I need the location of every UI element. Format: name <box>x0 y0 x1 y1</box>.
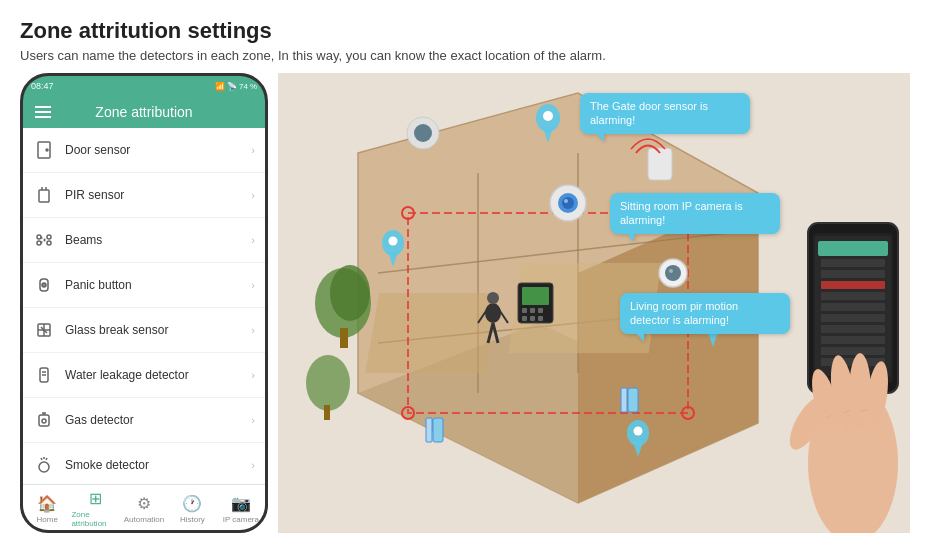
nav-automation-label: Automation <box>124 515 164 524</box>
hamburger-button[interactable] <box>35 106 51 118</box>
svg-rect-77 <box>433 418 443 442</box>
status-icons: 📶 📡 74% <box>215 82 257 91</box>
nav-camera-label: IP camera <box>223 515 259 524</box>
chevron-icon: › <box>251 279 255 291</box>
svg-rect-97 <box>324 405 330 420</box>
svg-point-53 <box>485 303 501 323</box>
nav-home-label: Home <box>37 515 58 524</box>
header-title: Zone attribution <box>95 104 192 120</box>
chevron-icon: › <box>251 369 255 381</box>
svg-rect-60 <box>522 287 549 305</box>
svg-point-5 <box>37 235 41 239</box>
smoke-detector-label: Smoke detector <box>65 458 251 472</box>
svg-rect-103 <box>821 270 885 278</box>
svg-rect-104 <box>821 281 885 289</box>
phone-mockup: 08:47 📶 📡 74% Zone attribution <box>20 73 268 533</box>
panic-button-label: Panic button <box>65 278 251 292</box>
svg-point-92 <box>634 427 643 436</box>
beams-icon <box>31 227 57 253</box>
svg-rect-62 <box>530 308 535 313</box>
svg-rect-80 <box>621 388 627 412</box>
battery-text: 74 <box>239 82 248 91</box>
svg-rect-2 <box>39 190 49 202</box>
menu-item-gas-detector[interactable]: Gas detector › <box>23 398 265 443</box>
svg-point-94 <box>330 265 370 321</box>
history-nav-icon: 🕐 <box>182 494 202 513</box>
svg-rect-20 <box>39 415 49 426</box>
nav-automation[interactable]: ⚙ Automation <box>120 494 168 524</box>
smoke-detector-icon <box>31 452 57 478</box>
water-leakage-label: Water leakage detector <box>65 368 251 382</box>
svg-rect-101 <box>818 241 888 256</box>
house-illustration <box>278 73 910 533</box>
home-nav-icon: 🏠 <box>37 494 57 513</box>
bottom-nav: 🏠 Home ⊞ Zone attribution ⚙ Automation 🕐… <box>23 484 265 530</box>
svg-point-96 <box>306 355 350 411</box>
pir-sensor-icon <box>31 182 57 208</box>
door-sensor-icon <box>31 137 57 163</box>
svg-rect-109 <box>821 336 885 344</box>
menu-item-water-leakage[interactable]: Water leakage detector › <box>23 353 265 398</box>
svg-point-75 <box>665 265 681 281</box>
svg-point-86 <box>389 237 398 246</box>
pir-sensor-label: PIR sensor <box>65 188 251 202</box>
svg-rect-79 <box>628 388 638 412</box>
svg-point-83 <box>543 111 553 121</box>
nav-ip-camera[interactable]: 📷 IP camera <box>217 494 265 524</box>
right-area: The Gate door sensor is alarming! Sittin… <box>278 73 910 534</box>
chevron-icon: › <box>251 414 255 426</box>
menu-item-door-sensor[interactable]: Door sensor › <box>23 128 265 173</box>
nav-history[interactable]: 🕐 History <box>168 494 216 524</box>
status-time: 08:47 <box>31 81 54 91</box>
svg-line-27 <box>46 458 47 460</box>
speech-bubble-3: Living room pir motion detector is alarm… <box>620 293 790 334</box>
svg-rect-66 <box>538 316 543 321</box>
menu-item-panic-button[interactable]: Panic button › <box>23 263 265 308</box>
svg-point-69 <box>562 197 574 209</box>
door-sensor-label: Door sensor <box>65 143 251 157</box>
svg-rect-78 <box>426 418 432 442</box>
phone-header: Zone attribution <box>23 96 265 128</box>
svg-point-8 <box>37 241 41 245</box>
svg-rect-106 <box>821 303 885 311</box>
glass-break-label: Glass break sensor <box>65 323 251 337</box>
svg-rect-65 <box>530 316 535 321</box>
svg-rect-110 <box>821 347 885 355</box>
svg-rect-46 <box>365 293 499 373</box>
svg-point-1 <box>46 149 48 151</box>
status-bar: 08:47 📶 📡 74% <box>23 76 265 96</box>
chevron-icon: › <box>251 234 255 246</box>
gas-detector-icon <box>31 407 57 433</box>
svg-rect-63 <box>538 308 543 313</box>
svg-rect-105 <box>821 292 885 300</box>
svg-point-72 <box>414 124 432 142</box>
page-title: Zone attritution settings <box>20 18 910 44</box>
chevron-icon: › <box>251 144 255 156</box>
nav-zone-attribution[interactable]: ⊞ Zone attribution <box>71 489 119 528</box>
page-container: Zone attritution settings Users can name… <box>0 0 930 544</box>
nav-home[interactable]: 🏠 Home <box>23 494 71 524</box>
svg-point-9 <box>47 235 51 239</box>
svg-point-23 <box>42 419 46 423</box>
wifi-icon: 📡 <box>227 82 237 91</box>
automation-nav-icon: ⚙ <box>137 494 151 513</box>
panic-button-icon <box>31 272 57 298</box>
svg-point-70 <box>564 199 568 203</box>
svg-rect-95 <box>340 328 348 348</box>
menu-item-glass-break[interactable]: Glass break sensor › <box>23 308 265 353</box>
menu-list: Door sensor › PIR sensor › <box>23 128 265 484</box>
svg-point-24 <box>39 462 49 472</box>
svg-line-25 <box>41 458 42 460</box>
menu-item-beams[interactable]: Beams › <box>23 218 265 263</box>
water-leakage-icon <box>31 362 57 388</box>
svg-point-54 <box>487 292 499 304</box>
menu-item-smoke-detector[interactable]: Smoke detector › <box>23 443 265 484</box>
svg-rect-102 <box>821 259 885 267</box>
gas-detector-label: Gas detector <box>65 413 251 427</box>
svg-point-6 <box>47 241 51 245</box>
chevron-icon: › <box>251 459 255 471</box>
speech-bubble-1: The Gate door sensor is alarming! <box>580 93 750 134</box>
nav-zone-label: Zone attribution <box>71 510 119 528</box>
svg-rect-61 <box>522 308 527 313</box>
menu-item-pir-sensor[interactable]: PIR sensor › <box>23 173 265 218</box>
